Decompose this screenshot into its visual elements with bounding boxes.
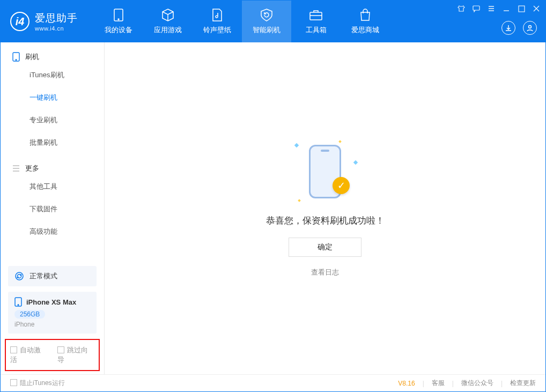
tab-ringtones-wallpapers[interactable]: 铃声壁纸 — [193, 1, 242, 42]
status-bar: 阻止iTunes运行 V8.16 | 客服 | 微信公众号 | 检查更新 — [1, 374, 545, 391]
main-tabs: 我的设备 应用游戏 铃声壁纸 智能刷机 工具箱 爱思商城 — [94, 1, 390, 42]
sidebar: 刷机 iTunes刷机 一键刷机 专业刷机 批量刷机 更多 其他工具 下载固件 … — [1, 42, 105, 374]
app-name: 爱思助手 — [35, 11, 78, 25]
view-log-link[interactable]: 查看日志 — [311, 268, 339, 277]
device-type: iPhone — [14, 321, 90, 328]
svg-point-1 — [118, 19, 119, 20]
tab-store[interactable]: 爱思商城 — [341, 1, 390, 42]
app-url: www.i4.cn — [35, 25, 78, 32]
account-button[interactable] — [523, 21, 537, 35]
sidebar-item-download-firmware[interactable]: 下载固件 — [1, 198, 104, 220]
success-message: 恭喜您，保资料刷机成功啦！ — [266, 215, 385, 227]
support-link[interactable]: 客服 — [432, 379, 445, 388]
device-name: iPhone XS Max — [26, 298, 76, 306]
sidebar-item-advanced[interactable]: 高级功能 — [1, 220, 104, 243]
tab-apps-games[interactable]: 应用游戏 — [143, 1, 193, 42]
logo-text: 爱思助手 www.i4.cn — [35, 11, 78, 32]
svg-rect-4 — [519, 6, 525, 12]
checkbox-block-itunes[interactable]: 阻止iTunes运行 — [10, 379, 65, 388]
svg-point-12 — [18, 305, 19, 306]
mode-label: 正常模式 — [29, 271, 57, 281]
svg-point-5 — [529, 26, 532, 28]
tab-smart-flash[interactable]: 智能刷机 — [242, 1, 291, 42]
check-update-link[interactable]: 检查更新 — [510, 379, 536, 388]
app-logo: i4 爱思助手 www.i4.cn — [1, 11, 87, 32]
maximize-icon[interactable] — [517, 4, 526, 13]
tab-my-device[interactable]: 我的设备 — [94, 1, 143, 42]
refresh-shield-icon — [260, 8, 274, 22]
tab-label: 应用游戏 — [154, 25, 182, 35]
app-header: i4 爱思助手 www.i4.cn 我的设备 应用游戏 铃声壁纸 智能刷机 工具… — [1, 1, 545, 42]
phone-small-icon — [12, 52, 20, 62]
user-controls — [501, 21, 537, 35]
svg-point-8 — [16, 272, 23, 280]
list-icon — [12, 165, 20, 172]
bag-icon — [358, 8, 372, 22]
tab-label: 智能刷机 — [253, 25, 281, 35]
main-content: ✓ 恭喜您，保资料刷机成功啦！ 确定 查看日志 — [105, 42, 545, 374]
sidebar-item-itunes-flash[interactable]: iTunes刷机 — [1, 64, 104, 86]
logo-icon: i4 — [10, 12, 29, 31]
sidebar-item-oneclick-flash[interactable]: 一键刷机 — [1, 86, 104, 109]
version-label: V8.16 — [398, 380, 415, 387]
window-controls — [456, 4, 541, 13]
tab-label: 铃声壁纸 — [203, 25, 231, 35]
download-button[interactable] — [501, 21, 515, 35]
sidebar-group-flash: 刷机 — [1, 42, 104, 64]
tab-label: 爱思商城 — [351, 25, 379, 35]
app-body: 刷机 iTunes刷机 一键刷机 专业刷机 批量刷机 更多 其他工具 下载固件 … — [1, 42, 545, 374]
tab-toolbox[interactable]: 工具箱 — [291, 1, 341, 42]
svg-rect-2 — [310, 12, 322, 20]
skin-icon[interactable] — [456, 4, 466, 13]
feedback-icon[interactable] — [471, 4, 481, 13]
music-file-icon — [210, 8, 224, 22]
svg-point-9 — [17, 277, 18, 278]
success-badge-icon: ✓ — [333, 177, 350, 194]
close-icon[interactable] — [532, 4, 541, 13]
mode-box[interactable]: 正常模式 — [8, 266, 97, 286]
toolbox-icon — [309, 8, 323, 22]
sidebar-item-batch-flash[interactable]: 批量刷机 — [1, 131, 104, 154]
tab-label: 工具箱 — [306, 25, 327, 35]
menu-icon[interactable] — [486, 4, 496, 13]
tab-label: 我的设备 — [105, 25, 132, 35]
device-capacity: 256GB — [14, 310, 45, 319]
sidebar-group-label: 更多 — [25, 164, 39, 173]
svg-point-7 — [16, 60, 17, 61]
sidebar-group-label: 刷机 — [25, 52, 39, 62]
wechat-link[interactable]: 微信公众号 — [461, 379, 493, 388]
bottom-options-highlight: 自动激活 跳过向导 — [5, 339, 100, 371]
mode-icon — [14, 271, 24, 281]
cube-icon — [161, 8, 175, 22]
device-box[interactable]: iPhone XS Max 256GB iPhone — [8, 292, 97, 334]
sidebar-item-pro-flash[interactable]: 专业刷机 — [1, 109, 104, 131]
sidebar-group-more: 更多 — [1, 154, 104, 175]
checkbox-auto-activate[interactable]: 自动激活 — [10, 345, 48, 365]
phone-icon — [112, 8, 126, 22]
checkbox-skip-guide[interactable]: 跳过向导 — [57, 345, 95, 365]
svg-rect-3 — [473, 6, 479, 10]
svg-point-10 — [20, 275, 21, 276]
sidebar-item-other-tools[interactable]: 其他工具 — [1, 175, 104, 198]
minimize-icon[interactable] — [501, 4, 511, 13]
confirm-button[interactable]: 确定 — [289, 238, 361, 257]
device-icon — [14, 297, 22, 307]
success-illustration: ✓ — [293, 139, 357, 204]
